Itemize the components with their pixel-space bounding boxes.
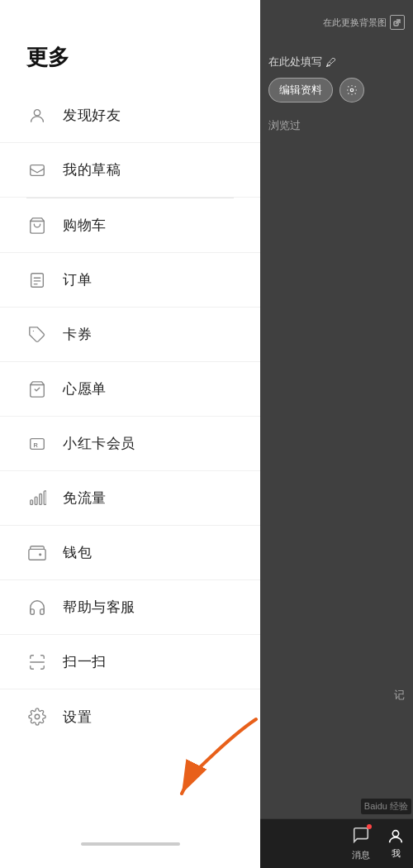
svg-point-19 bbox=[392, 831, 398, 837]
sidebar-item-find-friends[interactable]: 发现好友 bbox=[0, 88, 260, 143]
cart-icon bbox=[26, 215, 48, 236]
change-bg-button[interactable]: 在此更换背景图 bbox=[323, 15, 405, 30]
gear-icon bbox=[26, 706, 48, 727]
sidebar-item-orders[interactable]: 订单 bbox=[0, 253, 260, 308]
svg-rect-14 bbox=[44, 490, 46, 504]
svg-rect-3 bbox=[31, 273, 44, 287]
svg-rect-13 bbox=[40, 494, 42, 504]
edit-profile-button[interactable]: 编辑资料 bbox=[268, 78, 333, 103]
change-bg-area: 在此更换背景图 bbox=[260, 0, 413, 38]
sidebar-item-label: 小红卡会员 bbox=[63, 434, 135, 453]
sidebar-item-label: 订单 bbox=[63, 270, 92, 289]
sidebar-item-label: 钱包 bbox=[63, 543, 92, 562]
right-panel: 在此更换背景图 在此处填写 🖊 编辑资料 bbox=[260, 0, 413, 868]
sidebar-item-label: 心愿单 bbox=[63, 379, 107, 398]
scan-icon bbox=[26, 651, 48, 673]
person-icon bbox=[26, 105, 48, 126]
headset-icon bbox=[26, 597, 48, 618]
baidu-watermark: Baidu 经验 bbox=[361, 799, 411, 814]
messages-icon-wrap bbox=[352, 826, 370, 847]
sidebar-item-wishlist[interactable]: 心愿单 bbox=[0, 362, 260, 417]
messages-notification-dot bbox=[367, 824, 372, 829]
sidebar-item-label: 扫一扫 bbox=[63, 652, 107, 671]
svg-point-0 bbox=[34, 109, 40, 115]
sidebar-item-settings[interactable]: 设置 bbox=[0, 689, 260, 744]
sidebar-item-help[interactable]: 帮助与客服 bbox=[0, 580, 260, 635]
inbox-icon bbox=[26, 160, 48, 181]
sidebar-item-label: 设置 bbox=[63, 708, 92, 727]
svg-point-16 bbox=[35, 714, 40, 719]
sidebar-item-label: 卡券 bbox=[63, 325, 92, 344]
home-indicator bbox=[81, 842, 180, 846]
sidebar-item-shopping-cart[interactable]: 购物车 bbox=[0, 198, 260, 253]
nav-me-label: 我 bbox=[392, 847, 401, 860]
tag-icon bbox=[26, 324, 48, 346]
visited-label: 浏览过 bbox=[268, 119, 301, 131]
visited-section: 浏览过 bbox=[260, 111, 413, 140]
fill-hint-emoji: 🖊 bbox=[325, 56, 336, 69]
svg-rect-12 bbox=[35, 497, 37, 504]
sidebar-item-wallet[interactable]: 钱包 bbox=[0, 526, 260, 580]
note-label: 记 bbox=[394, 688, 405, 703]
menu-list: 发现好友 我的草稿 购物车 bbox=[0, 88, 260, 827]
left-menu-panel: 更多 发现好友 我的草稿 bbox=[0, 0, 260, 868]
bag-icon bbox=[26, 379, 48, 400]
page-title: 更多 bbox=[0, 0, 260, 88]
sidebar-item-free-data[interactable]: 免流量 bbox=[0, 471, 260, 526]
profile-area: 在此处填写 🖊 编辑资料 bbox=[260, 38, 413, 111]
settings-button[interactable] bbox=[339, 78, 364, 103]
nav-messages[interactable]: 消息 bbox=[352, 826, 370, 861]
fill-hint-text: 在此处填写 bbox=[268, 55, 322, 69]
svg-rect-11 bbox=[31, 499, 33, 504]
bottom-nav: 消息 我 bbox=[260, 818, 413, 868]
svg-point-18 bbox=[350, 88, 354, 92]
svg-text:R: R bbox=[33, 441, 38, 448]
sidebar-item-scan[interactable]: 扫一扫 bbox=[0, 635, 260, 689]
signal-icon bbox=[26, 488, 48, 509]
sidebar-item-membership[interactable]: R 小红卡会员 bbox=[0, 417, 260, 471]
nav-messages-label: 消息 bbox=[352, 849, 370, 861]
wallet-icon bbox=[26, 542, 48, 564]
fill-hint: 在此处填写 🖊 bbox=[268, 55, 405, 69]
sidebar-item-label: 帮助与客服 bbox=[63, 598, 135, 617]
sidebar-item-label: 免流量 bbox=[63, 489, 107, 508]
sidebar-item-label: 我的草稿 bbox=[63, 160, 121, 179]
list-icon bbox=[26, 269, 48, 291]
profile-buttons: 编辑资料 bbox=[268, 78, 405, 103]
sidebar-item-my-drafts[interactable]: 我的草稿 bbox=[0, 143, 260, 198]
sidebar-item-coupons[interactable]: 卡券 bbox=[0, 308, 260, 362]
bottom-bar bbox=[0, 827, 260, 868]
sidebar-item-label: 发现好友 bbox=[63, 106, 121, 125]
sidebar-item-label: 购物车 bbox=[63, 216, 107, 235]
external-link-icon bbox=[390, 15, 405, 30]
redcard-icon: R bbox=[26, 433, 48, 455]
change-bg-text: 在此更换背景图 bbox=[323, 17, 387, 29]
nav-me[interactable]: 我 bbox=[387, 827, 405, 860]
me-icon bbox=[387, 827, 405, 846]
